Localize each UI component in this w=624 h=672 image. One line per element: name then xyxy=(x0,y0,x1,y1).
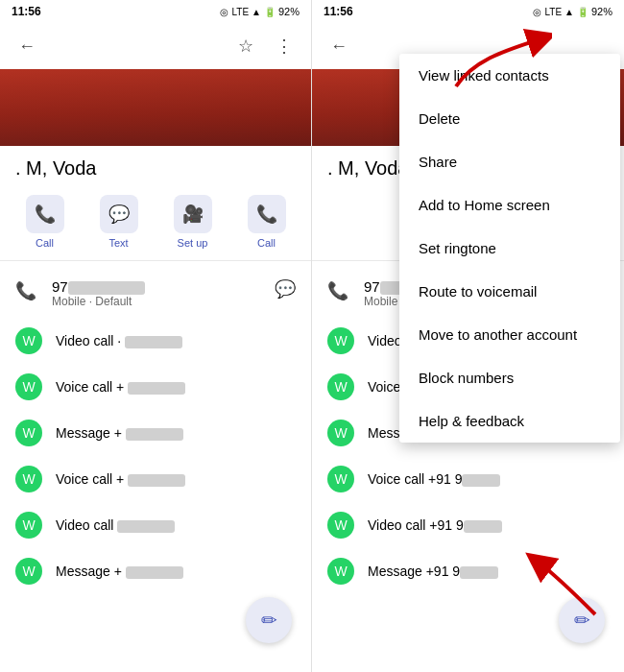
menu-route-voicemail[interactable]: Route to voicemail xyxy=(399,270,620,313)
right-time: 11:56 xyxy=(324,5,353,18)
left-activity-text-2: Voice call + xyxy=(56,379,185,395)
left-contact-header xyxy=(0,69,311,146)
right-wa-icon-2: W xyxy=(327,373,354,400)
left-activity-text-5: Video call xyxy=(56,517,175,533)
left-call-btn[interactable]: 📞 Call xyxy=(26,195,64,249)
left-activity-text-6: Message + xyxy=(56,564,183,579)
right-activity-text-6: Message +91 9 xyxy=(368,564,498,579)
left-activity-text-1: Video call · xyxy=(56,333,182,348)
left-activity-text-3: Message + xyxy=(56,425,183,441)
left-message-icon[interactable]: 💬 xyxy=(275,278,296,300)
right-wa-icon-4: W xyxy=(327,466,354,492)
left-contact-list: 📞 97 Mobile · Default 💬 W Video call · W… xyxy=(0,261,311,602)
left-call-label: Call xyxy=(36,237,54,249)
menu-share[interactable]: Share xyxy=(399,140,620,183)
menu-block-numbers[interactable]: Block numbers xyxy=(399,356,620,399)
left-edit-icon: ✏ xyxy=(261,609,277,632)
left-wa-icon-2: W xyxy=(15,373,42,400)
left-signal-icon: ◎ xyxy=(220,7,228,17)
left-setup-label: Set up xyxy=(178,237,208,249)
menu-delete[interactable]: Delete xyxy=(399,97,620,140)
context-menu: View linked contacts Delete Share Add to… xyxy=(399,54,620,443)
screen-container: 11:56 ◎ LTE ▲ 🔋 92% ← ☆ ⋮ xyxy=(0,0,624,672)
left-wa-icon-4: W xyxy=(15,466,42,492)
right-lte-icon: LTE xyxy=(544,7,562,17)
menu-add-home[interactable]: Add to Home screen xyxy=(399,183,620,227)
left-wa-icon-5: W xyxy=(15,512,42,539)
left-call-icon: 📞 xyxy=(26,195,64,233)
right-edit-icon: ✏ xyxy=(574,609,590,632)
left-text-btn[interactable]: 💬 Text xyxy=(100,195,138,249)
right-panel: 11:56 ◎ LTE ▲ 🔋 92% ← xyxy=(312,0,624,672)
left-call2-btn[interactable]: 📞 Call xyxy=(248,195,286,249)
left-status-icons: ◎ LTE ▲ 🔋 92% xyxy=(220,6,300,17)
right-activity-4: W Voice call +91 9 xyxy=(312,456,624,502)
right-activity-text-5: Video call +91 9 xyxy=(368,517,502,533)
right-phone-icon: 📞 xyxy=(327,280,348,301)
left-wa-icon-3: W xyxy=(15,420,42,446)
right-wa-icon-3: W xyxy=(327,420,354,446)
right-status-bar: 11:56 ◎ LTE ▲ 🔋 92% xyxy=(312,0,624,23)
right-edit-fab[interactable]: ✏ xyxy=(559,597,605,643)
left-wa-icon-6: W xyxy=(15,558,42,585)
left-action-row: 📞 Call 💬 Text 🎥 Set up 📞 Call xyxy=(0,187,311,261)
left-activity-4: W Voice call + xyxy=(0,456,311,502)
left-star-button[interactable]: ☆ xyxy=(230,31,261,61)
left-phone-icon: 📞 xyxy=(15,280,36,301)
right-signal-icon: ◎ xyxy=(533,7,541,17)
left-call2-icon: 📞 xyxy=(248,195,286,233)
left-phone-content: 97 Mobile · Default xyxy=(52,278,259,308)
left-call2-label: Call xyxy=(257,237,276,249)
right-status-icons: ◎ LTE ▲ 🔋 92% xyxy=(533,6,612,17)
left-activity-6: W Message + xyxy=(0,548,311,594)
left-edit-fab[interactable]: ✏ xyxy=(246,597,292,643)
left-wifi-icon: ▲ xyxy=(252,7,261,17)
left-activity-text-4: Voice call + xyxy=(56,471,185,487)
left-status-bar: 11:56 ◎ LTE ▲ 🔋 92% xyxy=(0,0,311,23)
left-phone-item: 📞 97 Mobile · Default 💬 xyxy=(0,269,311,318)
left-activity-3: W Message + xyxy=(0,410,311,456)
left-activity-1: W Video call · xyxy=(0,318,311,364)
right-activity-6: W Message +91 9 xyxy=(312,548,624,594)
left-activity-2: W Voice call + xyxy=(0,364,311,410)
menu-help[interactable]: Help & feedback xyxy=(399,399,620,443)
left-setup-btn[interactable]: 🎥 Set up xyxy=(174,195,212,249)
right-wa-icon-1: W xyxy=(327,327,354,354)
right-wifi-icon: ▲ xyxy=(564,7,574,17)
left-battery-icon: 🔋 xyxy=(264,7,276,17)
menu-view-linked[interactable]: View linked contacts xyxy=(399,54,620,97)
left-phone-type: Mobile · Default xyxy=(52,295,259,308)
left-battery-pct: 92% xyxy=(278,6,300,17)
left-phone-redacted xyxy=(68,281,145,295)
left-text-label: Text xyxy=(108,237,128,249)
menu-move-account[interactable]: Move to another account xyxy=(399,313,620,356)
left-setup-icon: 🎥 xyxy=(174,195,212,233)
left-time: 11:56 xyxy=(12,5,41,18)
right-activity-text-4: Voice call +91 9 xyxy=(368,471,500,487)
left-phone-number: 97 xyxy=(52,278,259,295)
right-back-button[interactable]: ← xyxy=(324,31,354,61)
right-battery-icon: 🔋 xyxy=(577,7,588,17)
left-wa-icon-1: W xyxy=(15,327,42,354)
left-more-button[interactable]: ⋮ xyxy=(269,31,300,61)
left-back-button[interactable]: ← xyxy=(12,31,42,61)
left-contact-name: . M, Voda xyxy=(0,146,311,187)
left-toolbar-actions: ☆ ⋮ xyxy=(230,31,300,61)
right-wa-icon-5: W xyxy=(327,512,354,539)
right-wa-icon-6: W xyxy=(327,558,354,585)
left-toolbar: ← ☆ ⋮ xyxy=(0,23,311,69)
left-activity-5: W Video call xyxy=(0,502,311,548)
left-lte-icon: LTE xyxy=(231,7,249,17)
left-panel: 11:56 ◎ LTE ▲ 🔋 92% ← ☆ ⋮ xyxy=(0,0,312,672)
left-text-icon: 💬 xyxy=(100,195,138,233)
menu-set-ringtone[interactable]: Set ringtone xyxy=(399,227,620,270)
right-activity-5: W Video call +91 9 xyxy=(312,502,624,548)
right-battery-pct: 92% xyxy=(591,6,612,17)
